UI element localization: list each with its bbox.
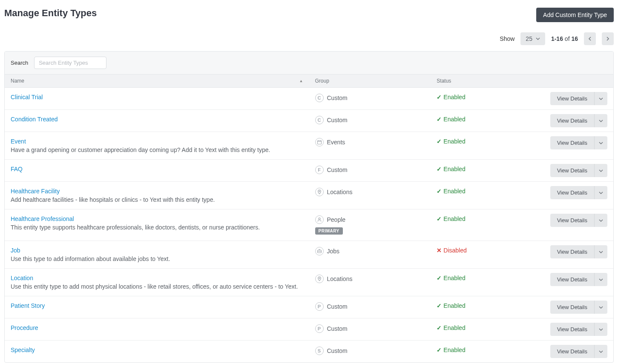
view-details-button[interactable]: View Details <box>550 323 594 336</box>
status-text: Enabled <box>443 215 465 222</box>
group-label: Custom <box>327 347 348 354</box>
page-title: Manage Entity Types <box>4 8 97 19</box>
status-text: Enabled <box>443 188 465 195</box>
view-details-button[interactable]: View Details <box>550 301 594 314</box>
entity-description: Use this entity type to add most physica… <box>11 283 303 290</box>
entity-name-link[interactable]: Job <box>11 247 20 254</box>
status-text: Enabled <box>443 347 465 353</box>
group-label: Custom <box>327 303 348 310</box>
group-icon <box>315 247 324 255</box>
svg-point-8 <box>319 278 319 278</box>
chevron-down-icon <box>599 191 603 195</box>
view-details-button[interactable]: View Details <box>550 164 594 177</box>
view-details-button[interactable]: View Details <box>550 114 594 127</box>
chevron-down-icon <box>599 250 603 254</box>
table-row: JobUse this type to add information abou… <box>5 241 613 269</box>
table-row: SpecialtySCustom✓EnabledView Details <box>5 341 613 362</box>
status-badge: ✕Disabled <box>437 247 528 254</box>
group-label: Events <box>327 139 345 146</box>
check-icon: ✓ <box>437 215 442 222</box>
view-details-button[interactable]: View Details <box>550 345 594 358</box>
svg-rect-0 <box>317 140 321 144</box>
entity-name-link[interactable]: Event <box>11 138 26 145</box>
view-details-dropdown-button[interactable] <box>594 214 607 227</box>
search-input[interactable] <box>34 57 106 69</box>
view-details-button[interactable]: View Details <box>550 214 594 227</box>
group-icon: C <box>315 116 324 124</box>
check-icon: ✓ <box>437 116 442 123</box>
entity-description: Use this type to add information about a… <box>11 255 303 262</box>
status-text: Enabled <box>443 138 465 145</box>
entity-name-link[interactable]: Healthcare Facility <box>11 188 60 195</box>
status-text: Enabled <box>443 275 465 281</box>
table-header: Name ▲ Group Status <box>5 74 613 88</box>
status-badge: ✓Enabled <box>437 166 528 172</box>
view-details-dropdown-button[interactable] <box>594 92 607 105</box>
entity-name-link[interactable]: FAQ <box>11 166 23 172</box>
entity-name-link[interactable]: Procedure <box>11 324 38 331</box>
table-row: ProcedurePCustom✓EnabledView Details <box>5 318 613 341</box>
search-label: Search <box>11 60 28 66</box>
entity-name-link[interactable]: Condition Treated <box>11 116 58 123</box>
prev-page-button[interactable] <box>584 32 596 45</box>
chevron-right-icon <box>606 37 610 41</box>
status-badge: ✓Enabled <box>437 116 528 123</box>
column-header-group[interactable]: Group <box>309 75 431 87</box>
check-icon: ✓ <box>437 166 442 172</box>
check-icon: ✓ <box>437 275 442 281</box>
group-icon <box>315 215 324 224</box>
chevron-down-icon <box>599 350 603 354</box>
entity-name-link[interactable]: Specialty <box>11 347 35 353</box>
view-details-dropdown-button[interactable] <box>594 273 607 286</box>
pagination-info: 1-16 of 16 <box>551 35 578 42</box>
show-label: Show <box>500 35 515 42</box>
view-details-button[interactable]: View Details <box>550 245 594 258</box>
entity-name-link[interactable]: Location <box>11 275 33 281</box>
svg-point-5 <box>318 218 320 220</box>
entity-table-panel: Search Name ▲ Group Status Clinical Tria… <box>4 51 614 363</box>
view-details-button[interactable]: View Details <box>550 136 594 149</box>
group-label: Custom <box>327 117 348 123</box>
group-icon: C <box>315 94 324 102</box>
entity-name-link[interactable]: Patient Story <box>11 302 45 309</box>
chevron-down-icon <box>599 327 603 332</box>
view-details-button[interactable]: View Details <box>550 92 594 105</box>
column-header-name[interactable]: Name ▲ <box>5 75 309 87</box>
table-row: Clinical TrialCCustom✓EnabledView Detail… <box>5 88 613 110</box>
primary-badge: PRIMARY <box>315 227 343 235</box>
table-row: Healthcare FacilityAdd healthcare facili… <box>5 182 613 209</box>
group-label: Custom <box>327 95 348 101</box>
entity-name-link[interactable]: Clinical Trial <box>11 94 43 100</box>
entity-name-link[interactable]: Healthcare Professional <box>11 215 74 222</box>
group-icon: S <box>315 347 324 355</box>
view-details-dropdown-button[interactable] <box>594 186 607 199</box>
status-badge: ✓Enabled <box>437 324 528 331</box>
page-size-value: 25 <box>526 35 532 42</box>
column-header-status[interactable]: Status <box>431 75 534 87</box>
table-row: Patient StoryPCustom✓EnabledView Details <box>5 296 613 318</box>
add-custom-entity-type-button[interactable]: Add Custom Entity Type <box>536 8 614 22</box>
table-row: FAQFCustom✓EnabledView Details <box>5 160 613 182</box>
view-details-dropdown-button[interactable] <box>594 164 607 177</box>
status-badge: ✓Enabled <box>437 138 528 145</box>
group-icon <box>315 275 324 283</box>
chevron-down-icon <box>599 305 603 310</box>
view-details-dropdown-button[interactable] <box>594 245 607 258</box>
group-label: Jobs <box>327 248 340 255</box>
view-details-dropdown-button[interactable] <box>594 114 607 127</box>
view-details-button[interactable]: View Details <box>550 186 594 199</box>
entity-description: Add healthcare facilities - like hospita… <box>11 196 303 203</box>
view-details-dropdown-button[interactable] <box>594 301 607 314</box>
check-icon: ✓ <box>437 324 442 331</box>
sort-ascending-icon: ▲ <box>299 79 303 83</box>
view-details-dropdown-button[interactable] <box>594 136 607 149</box>
view-details-dropdown-button[interactable] <box>594 323 607 336</box>
status-badge: ✓Enabled <box>437 302 528 309</box>
page-size-select[interactable]: 25 <box>520 32 545 45</box>
status-text: Enabled <box>443 116 465 123</box>
group-icon <box>315 188 324 196</box>
status-badge: ✓Enabled <box>437 347 528 353</box>
next-page-button[interactable] <box>602 32 614 45</box>
view-details-button[interactable]: View Details <box>550 273 594 286</box>
view-details-dropdown-button[interactable] <box>594 345 607 358</box>
